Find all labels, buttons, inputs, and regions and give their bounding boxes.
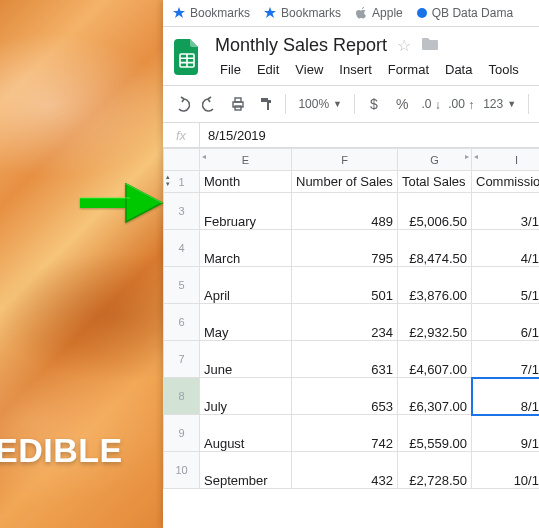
- cell-month[interactable]: February: [200, 193, 292, 230]
- cell-header[interactable]: Month: [200, 171, 292, 193]
- menu-bar: FileEditViewInsertFormatDataTools: [213, 58, 526, 85]
- paint-format-button[interactable]: [253, 90, 279, 118]
- bookmark-item[interactable]: Apple: [355, 6, 403, 20]
- folder-icon[interactable]: [421, 35, 439, 56]
- cell-sales[interactable]: 432: [292, 452, 398, 489]
- bookmark-label: Bookmarks: [190, 6, 250, 20]
- decrease-decimal-button[interactable]: .0 ↓: [417, 90, 445, 118]
- star-icon[interactable]: ☆: [397, 36, 411, 55]
- cell-month[interactable]: September: [200, 452, 292, 489]
- col-header-G[interactable]: ▸G: [398, 149, 472, 171]
- cell-due[interactable]: 8/15/2: [472, 378, 540, 415]
- cell-due[interactable]: 6/15/2: [472, 304, 540, 341]
- cell-total[interactable]: £5,559.00: [398, 415, 472, 452]
- row-header-9[interactable]: 9: [164, 415, 200, 452]
- menu-tools[interactable]: Tools: [481, 58, 525, 81]
- col-header-I[interactable]: ◂I: [472, 149, 540, 171]
- select-all-cell[interactable]: [164, 149, 200, 171]
- cell-header[interactable]: Commission D: [472, 171, 540, 193]
- menu-view[interactable]: View: [288, 58, 330, 81]
- cell-sales[interactable]: 234: [292, 304, 398, 341]
- redo-button[interactable]: [197, 90, 223, 118]
- menu-data[interactable]: Data: [438, 58, 479, 81]
- cell-total[interactable]: £5,006.50: [398, 193, 472, 230]
- row-header-1[interactable]: ▴▾1: [164, 171, 200, 193]
- row-header-5[interactable]: 5: [164, 267, 200, 304]
- cell-month[interactable]: April: [200, 267, 292, 304]
- cell-sales[interactable]: 653: [292, 378, 398, 415]
- cell-total[interactable]: £3,876.00: [398, 267, 472, 304]
- toolbar: 100%▼ $ % .0 ↓ .00 ↑ 123▼: [163, 85, 539, 123]
- spreadsheet-grid[interactable]: ◂EF▸G◂I▴▾1MonthNumber of SalesTotal Sale…: [163, 148, 539, 528]
- toolbar-separator: [354, 94, 355, 114]
- formula-bar: fx 8/15/2019: [163, 123, 539, 148]
- currency-button[interactable]: $: [361, 90, 387, 118]
- cell-total[interactable]: £2,932.50: [398, 304, 472, 341]
- formula-input[interactable]: 8/15/2019: [200, 128, 274, 143]
- row-header-6[interactable]: 6: [164, 304, 200, 341]
- menu-insert[interactable]: Insert: [332, 58, 379, 81]
- cell-total[interactable]: £4,607.00: [398, 341, 472, 378]
- bookmark-label: Bookmarks: [281, 6, 341, 20]
- col-header-F[interactable]: F: [292, 149, 398, 171]
- cell-total[interactable]: £6,307.00: [398, 378, 472, 415]
- bookmark-item[interactable]: Bookmarks: [264, 6, 341, 20]
- sheets-logo: [169, 33, 205, 81]
- col-header-E[interactable]: ◂E: [200, 149, 292, 171]
- percent-button[interactable]: %: [389, 90, 415, 118]
- cell-month[interactable]: May: [200, 304, 292, 341]
- row-header-10[interactable]: 10: [164, 452, 200, 489]
- bookmarks-bar: BookmarksBookmarksAppleQB Data Dama: [163, 0, 539, 27]
- wallpaper-text: REDIBLE: [0, 431, 123, 470]
- bookmark-label: QB Data Dama: [432, 6, 513, 20]
- undo-button[interactable]: [169, 90, 195, 118]
- number-format-dropdown[interactable]: 123▼: [477, 97, 522, 111]
- cell-sales[interactable]: 795: [292, 230, 398, 267]
- cell-sales[interactable]: 631: [292, 341, 398, 378]
- svg-rect-2: [235, 98, 241, 102]
- cell-total[interactable]: £2,728.50: [398, 452, 472, 489]
- row-header-7[interactable]: 7: [164, 341, 200, 378]
- bookmark-item[interactable]: Bookmarks: [173, 6, 250, 20]
- row-header-4[interactable]: 4: [164, 230, 200, 267]
- cell-month[interactable]: June: [200, 341, 292, 378]
- row-header-3[interactable]: 3: [164, 193, 200, 230]
- document-name[interactable]: Monthly Sales Report: [215, 35, 387, 56]
- toolbar-separator: [285, 94, 286, 114]
- cell-month[interactable]: August: [200, 415, 292, 452]
- cell-sales[interactable]: 489: [292, 193, 398, 230]
- row-header-8[interactable]: 8: [164, 378, 200, 415]
- menu-file[interactable]: File: [213, 58, 248, 81]
- increase-decimal-button[interactable]: .00 ↑: [447, 90, 475, 118]
- cell-header[interactable]: Total Sales: [398, 171, 472, 193]
- cell-due[interactable]: 9/15/2: [472, 415, 540, 452]
- bookmark-item[interactable]: QB Data Dama: [417, 6, 513, 20]
- cell-header[interactable]: Number of Sales: [292, 171, 398, 193]
- menu-edit[interactable]: Edit: [250, 58, 286, 81]
- cell-due[interactable]: 5/15/2: [472, 267, 540, 304]
- cell-due[interactable]: 10/15/2: [472, 452, 540, 489]
- title-bar: Monthly Sales Report ☆ FileEditViewInser…: [163, 27, 539, 85]
- fx-label: fx: [163, 123, 200, 147]
- print-button[interactable]: [225, 90, 251, 118]
- cell-sales[interactable]: 742: [292, 415, 398, 452]
- zoom-dropdown[interactable]: 100%▼: [292, 97, 348, 111]
- svg-rect-3: [235, 106, 241, 110]
- cell-month[interactable]: March: [200, 230, 292, 267]
- cell-month[interactable]: July: [200, 378, 292, 415]
- cell-due[interactable]: 4/15/2: [472, 230, 540, 267]
- annotation-arrow: [78, 178, 164, 228]
- bookmark-label: Apple: [372, 6, 403, 20]
- cell-total[interactable]: £8,474.50: [398, 230, 472, 267]
- cell-due[interactable]: 3/15/2: [472, 193, 540, 230]
- cell-sales[interactable]: 501: [292, 267, 398, 304]
- menu-format[interactable]: Format: [381, 58, 436, 81]
- cell-due[interactable]: 7/15/2: [472, 341, 540, 378]
- google-sheets-window: BookmarksBookmarksAppleQB Data Dama Mont…: [163, 0, 539, 528]
- toolbar-separator: [528, 94, 529, 114]
